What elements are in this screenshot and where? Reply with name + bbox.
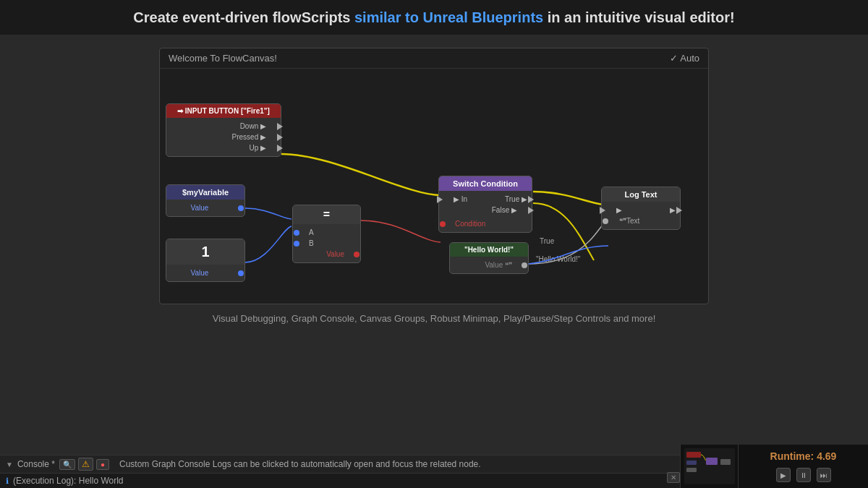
- port-switch-in-left: [437, 196, 443, 203]
- console-warning-icon[interactable]: ⚠: [78, 458, 93, 471]
- node-input-header: ➡ INPUT BUTTON ["Fire1"]: [166, 104, 281, 118]
- header-text-after: in an intuitive visual editor!: [543, 9, 734, 25]
- node-number[interactable]: 1 Value: [166, 239, 245, 282]
- canvas-title: Welcome To FlowCanvas!: [169, 53, 277, 64]
- node-input-body: Down ▶ Pressed ▶ Up ▶: [166, 118, 281, 156]
- port-equals-b-left: [294, 241, 299, 247]
- port-hello-value-right: [522, 262, 527, 268]
- port-switch-false-right: [528, 207, 534, 214]
- node-number-body: Value: [166, 265, 244, 281]
- svg-rect-2: [706, 458, 718, 465]
- console-log-text[interactable]: (Execution Log): Hello World: [13, 476, 124, 486]
- node-equals-body: A B Value: [293, 224, 360, 262]
- svg-rect-4: [686, 461, 697, 465]
- bottom-text: Visual Debugging, Graph Console, Canvas …: [0, 313, 868, 324]
- runtime-controls: ▶ ⏸ ⏭: [776, 468, 831, 482]
- minimap-svg: [681, 445, 738, 488]
- node-input-row-up: Up ▶: [171, 142, 276, 153]
- hello-world-label: "Hello World!": [536, 255, 580, 263]
- canvas-auto-label: ✓ Auto: [670, 53, 699, 64]
- port-equals-value-right: [354, 252, 359, 257]
- node-log-row-text: ❝❞Text: [606, 215, 676, 226]
- console-title: Console *: [17, 459, 55, 469]
- node-variable-header: $myVariable: [166, 185, 244, 200]
- port-up-right: [277, 145, 283, 152]
- node-hello-body: Value ❝❞: [450, 257, 528, 273]
- node-switch-row-in: ▶ In True ▶: [443, 194, 527, 205]
- node-hello-world[interactable]: "Hello World!" Value ❝❞: [449, 242, 529, 274]
- console-expand-icon[interactable]: ▼: [6, 461, 13, 468]
- port-log-in-left: [600, 207, 605, 214]
- node-input-button[interactable]: ➡ INPUT BUTTON ["Fire1"] Down ▶ Pressed …: [166, 103, 281, 157]
- node-number-header: 1: [166, 239, 244, 265]
- port-switch-true-right: [528, 196, 534, 203]
- port-log-out-right: [676, 207, 682, 214]
- console-filter-icons: 🔍 ⚠ ●: [59, 458, 109, 471]
- console-log-icon: ℹ: [6, 476, 9, 486]
- runtime-play-button[interactable]: ▶: [776, 468, 791, 482]
- node-log-row-in: ▶ ▶: [606, 205, 676, 215]
- console-error-icon[interactable]: ●: [96, 459, 109, 470]
- canvas-content: ➡ INPUT BUTTON ["Fire1"] Down ▶ Pressed …: [160, 69, 708, 301]
- node-switch-condition[interactable]: Switch Condition ▶ In True ▶ False ▶: [438, 176, 532, 233]
- node-equals-row-a: A: [297, 227, 356, 238]
- node-hello-header: "Hello World!": [450, 243, 528, 257]
- node-log-text[interactable]: Log Text ▶ ▶ ❝❞Text: [601, 187, 681, 230]
- console-icons: ▼ Console *: [6, 459, 55, 469]
- flow-canvas[interactable]: Welcome To FlowCanvas! ✓ Auto ➡ INPUT BU…: [159, 48, 709, 304]
- port-equals-a-left: [294, 230, 299, 236]
- svg-rect-5: [686, 468, 697, 472]
- node-equals[interactable]: = A B Value: [292, 205, 361, 263]
- node-equals-row-b: B: [297, 238, 356, 249]
- node-input-row-down: Down ▶: [171, 121, 276, 132]
- port-variable-value-right: [238, 205, 244, 211]
- runtime-value: Runtime: 4.69: [770, 450, 837, 462]
- console-close-log[interactable]: ✕: [667, 472, 680, 482]
- node-log-header: Log Text: [602, 187, 680, 202]
- port-down-right: [277, 123, 283, 130]
- node-switch-row-false: False ▶: [443, 205, 527, 215]
- runtime-step-button[interactable]: ⏭: [817, 468, 831, 482]
- minimap: [680, 445, 738, 488]
- node-equals-row-value: Value: [297, 249, 356, 260]
- runtime-pause-button[interactable]: ⏸: [796, 468, 811, 482]
- node-variable-body: Value: [166, 200, 244, 216]
- node-switch-row-condition: Condition: [443, 218, 527, 229]
- console-search-icon[interactable]: 🔍: [59, 459, 75, 470]
- port-pressed-right: [277, 134, 283, 141]
- console-bar: ▼ Console * 🔍 ⚠ ● Custom Graph Console L…: [0, 455, 868, 488]
- header-text-before: Create event-driven flowScripts: [133, 9, 354, 25]
- svg-rect-1: [686, 452, 701, 458]
- node-switch-header: Switch Condition: [439, 176, 532, 191]
- node-equals-header: =: [293, 205, 360, 224]
- true-label: True: [540, 237, 554, 245]
- svg-rect-3: [720, 459, 731, 465]
- node-hello-row-value: Value ❝❞: [454, 260, 524, 270]
- node-variable[interactable]: $myVariable Value: [166, 184, 245, 217]
- canvas-title-bar: Welcome To FlowCanvas! ✓ Auto: [160, 48, 708, 69]
- node-variable-row-value: Value: [171, 202, 240, 213]
- node-log-body: ▶ ▶ ❝❞Text: [602, 202, 680, 229]
- node-number-row-value: Value: [171, 267, 240, 278]
- port-switch-condition-left: [440, 221, 446, 227]
- header-highlight: similar to Unreal Blueprints: [354, 9, 543, 25]
- port-number-value-right: [238, 270, 244, 276]
- node-input-row-pressed: Pressed ▶: [171, 132, 276, 142]
- node-switch-body: ▶ In True ▶ False ▶ Condition: [439, 191, 532, 232]
- runtime-panel: Runtime: 4.69 ▶ ⏸ ⏭: [738, 445, 868, 488]
- port-log-text-left: [603, 218, 608, 224]
- page-header: Create event-driven flowScripts similar …: [0, 0, 868, 35]
